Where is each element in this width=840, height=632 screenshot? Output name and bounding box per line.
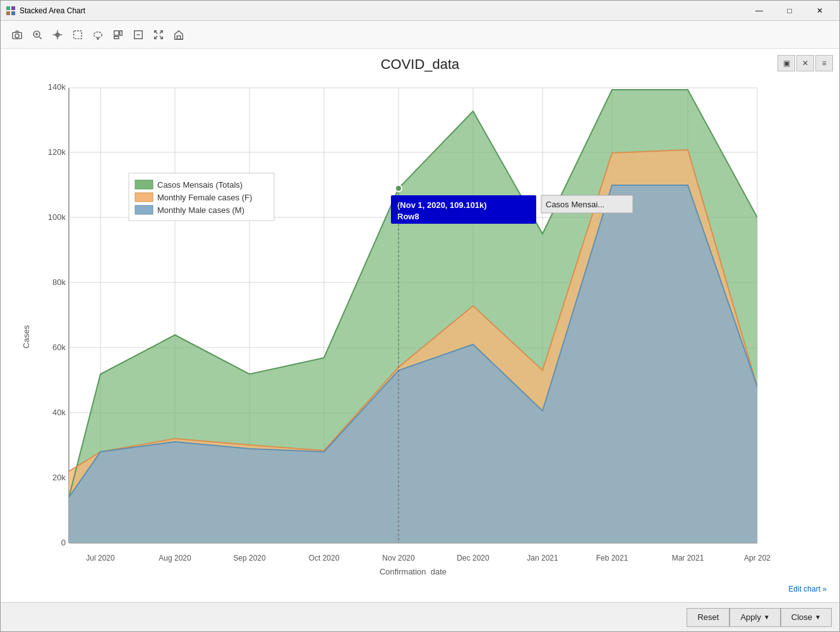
svg-rect-16 xyxy=(114,36,119,39)
svg-text:Confirmation_date: Confirmation_date xyxy=(380,567,447,574)
close-button[interactable]: ✕ xyxy=(805,1,834,21)
svg-text:Monthly Female cases (F): Monthly Female cases (F) xyxy=(157,193,252,202)
close-dropdown-arrow: ▼ xyxy=(815,614,821,621)
svg-text:Nov 2020: Nov 2020 xyxy=(382,554,415,562)
chart-plot-area: Cases xyxy=(6,75,834,599)
chart-container: COVID_data ▣ ✕ ≡ Cases xyxy=(1,49,839,602)
svg-text:120k: 120k xyxy=(48,147,66,157)
svg-point-5 xyxy=(15,33,19,37)
zoom-tool-button[interactable] xyxy=(28,26,46,44)
svg-text:20k: 20k xyxy=(52,473,66,482)
lasso-tool-button[interactable] xyxy=(89,26,107,44)
svg-rect-17 xyxy=(120,30,123,35)
reset-button[interactable]: Reset xyxy=(687,608,729,627)
svg-text:Aug 2020: Aug 2020 xyxy=(159,554,191,562)
svg-rect-3 xyxy=(11,11,15,15)
app-icon xyxy=(6,6,16,16)
zoom-in-tool-button[interactable] xyxy=(109,26,127,44)
expand-tool-button[interactable] xyxy=(150,26,167,44)
svg-text:Mar 2021: Mar 2021 xyxy=(672,554,704,562)
svg-point-74 xyxy=(395,185,402,191)
bottom-toolbar: Reset Apply ▼ Close ▼ xyxy=(1,602,839,631)
apply-button[interactable]: Apply ▼ xyxy=(729,608,780,627)
zoom-out-tool-button[interactable] xyxy=(129,26,147,44)
select-tool-button[interactable] xyxy=(69,26,87,44)
svg-text:Casos Mensai...: Casos Mensai... xyxy=(546,200,604,209)
maximize-button[interactable]: □ xyxy=(775,1,804,21)
y-axis-label: Cases xyxy=(21,312,31,362)
svg-rect-2 xyxy=(6,11,10,15)
apply-dropdown-arrow: ▼ xyxy=(764,614,770,621)
window-title: Stacked Area Chart xyxy=(20,6,745,15)
chart-svg: 0 20k 40k 60k 80k 100k 120k 140k Jul 202… xyxy=(31,75,783,574)
svg-text:Jul 2020: Jul 2020 xyxy=(86,554,115,562)
edit-chart-link[interactable]: Edit chart » xyxy=(788,585,827,593)
close-label: Close xyxy=(791,612,812,622)
svg-line-7 xyxy=(39,37,42,39)
svg-rect-20 xyxy=(177,35,180,39)
svg-text:Casos Mensais (Totals): Casos Mensais (Totals) xyxy=(157,180,243,190)
svg-text:100k: 100k xyxy=(48,212,66,222)
svg-rect-15 xyxy=(114,30,119,35)
chart-x-button[interactable]: ✕ xyxy=(796,55,814,71)
svg-rect-13 xyxy=(74,30,82,39)
svg-rect-62 xyxy=(135,180,153,189)
close-dialog-button[interactable]: Close ▼ xyxy=(781,608,832,627)
chart-menu-button[interactable]: ≡ xyxy=(815,55,833,71)
svg-rect-1 xyxy=(11,6,15,10)
svg-text:Monthly Male cases (M): Monthly Male cases (M) xyxy=(157,205,244,215)
svg-text:Apr 202: Apr 202 xyxy=(744,554,771,562)
title-bar: Stacked Area Chart — □ ✕ xyxy=(1,1,839,21)
svg-rect-66 xyxy=(135,205,153,214)
main-window: Stacked Area Chart — □ ✕ xyxy=(0,0,840,632)
minimize-button[interactable]: — xyxy=(745,1,774,21)
svg-text:Sep 2020: Sep 2020 xyxy=(233,554,266,562)
chart-title: COVID_data xyxy=(6,54,834,73)
svg-text:60k: 60k xyxy=(52,343,66,352)
crosshair-tool-button[interactable] xyxy=(49,26,66,44)
chart-toolbar xyxy=(1,21,839,49)
camera-tool-button[interactable] xyxy=(8,26,26,44)
chart-top-controls: ▣ ✕ ≡ xyxy=(777,55,833,71)
chart-minus-button[interactable]: ▣ xyxy=(777,55,795,71)
svg-text:0: 0 xyxy=(61,538,66,547)
svg-text:(Nov 1, 2020, 109.101k): (Nov 1, 2020, 109.101k) xyxy=(397,200,487,210)
svg-point-14 xyxy=(94,32,102,37)
window-controls: — □ ✕ xyxy=(745,1,834,21)
svg-text:Feb 2021: Feb 2021 xyxy=(596,554,628,562)
svg-text:Dec 2020: Dec 2020 xyxy=(457,554,489,562)
svg-text:140k: 140k xyxy=(48,82,66,92)
home-tool-button[interactable] xyxy=(170,26,188,44)
svg-text:80k: 80k xyxy=(52,277,66,287)
apply-label: Apply xyxy=(740,612,761,622)
svg-text:40k: 40k xyxy=(52,408,66,417)
svg-rect-64 xyxy=(135,193,153,202)
svg-text:Row8: Row8 xyxy=(397,212,419,221)
svg-text:Jan 2021: Jan 2021 xyxy=(527,554,558,562)
svg-rect-0 xyxy=(6,6,10,10)
svg-text:Oct 2020: Oct 2020 xyxy=(309,554,340,562)
